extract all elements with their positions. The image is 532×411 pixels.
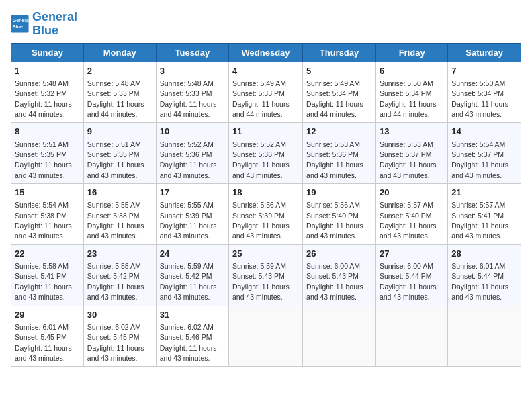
calendar-cell: 7 Sunrise: 5:50 AMSunset: 5:34 PMDayligh…	[448, 62, 521, 123]
day-info: Sunrise: 6:00 AMSunset: 5:43 PMDaylight:…	[306, 262, 363, 301]
calendar-cell: 6 Sunrise: 5:50 AMSunset: 5:34 PMDayligh…	[375, 62, 447, 123]
day-number: 8	[15, 126, 80, 138]
day-info: Sunrise: 5:48 AMSunset: 5:33 PMDaylight:…	[160, 79, 217, 118]
calendar-cell	[229, 306, 303, 367]
day-number: 1	[15, 65, 80, 77]
day-of-week-header: Friday	[375, 43, 447, 62]
day-info: Sunrise: 5:52 AMSunset: 5:36 PMDaylight:…	[232, 140, 290, 179]
day-number: 25	[232, 248, 299, 260]
calendar-table: SundayMondayTuesdayWednesdayThursdayFrid…	[11, 43, 521, 367]
day-of-week-header: Tuesday	[156, 43, 228, 62]
calendar-cell	[303, 306, 376, 367]
day-number: 9	[87, 126, 152, 138]
day-info: Sunrise: 5:53 AMSunset: 5:36 PMDaylight:…	[306, 140, 363, 179]
day-number: 17	[160, 187, 225, 199]
day-number: 18	[232, 187, 299, 199]
day-number: 4	[232, 65, 299, 77]
day-of-week-header: Wednesday	[229, 43, 303, 62]
day-info: Sunrise: 6:02 AMSunset: 5:45 PMDaylight:…	[87, 323, 144, 362]
day-info: Sunrise: 5:59 AMSunset: 5:43 PMDaylight:…	[232, 262, 290, 301]
calendar-cell: 16 Sunrise: 5:55 AMSunset: 5:38 PMDaylig…	[83, 184, 156, 245]
day-info: Sunrise: 5:49 AMSunset: 5:34 PMDaylight:…	[306, 79, 363, 118]
day-info: Sunrise: 6:01 AMSunset: 5:44 PMDaylight:…	[451, 262, 508, 301]
calendar-cell: 8 Sunrise: 5:51 AMSunset: 5:35 PMDayligh…	[11, 123, 84, 184]
calendar-cell	[448, 306, 521, 367]
day-number: 3	[160, 65, 225, 77]
day-number: 5	[306, 65, 372, 77]
day-of-week-header: Thursday	[303, 43, 376, 62]
day-info: Sunrise: 5:55 AMSunset: 5:38 PMDaylight:…	[87, 201, 144, 240]
calendar-cell: 2 Sunrise: 5:48 AMSunset: 5:33 PMDayligh…	[83, 62, 156, 123]
calendar-cell: 13 Sunrise: 5:53 AMSunset: 5:37 PMDaylig…	[375, 123, 447, 184]
day-info: Sunrise: 5:56 AMSunset: 5:39 PMDaylight:…	[232, 201, 290, 240]
day-number: 23	[87, 248, 152, 260]
calendar-cell: 28 Sunrise: 6:01 AMSunset: 5:44 PMDaylig…	[448, 244, 521, 306]
day-number: 28	[451, 248, 517, 260]
calendar-cell: 26 Sunrise: 6:00 AMSunset: 5:43 PMDaylig…	[303, 244, 376, 306]
calendar-cell	[375, 306, 447, 367]
calendar-cell: 3 Sunrise: 5:48 AMSunset: 5:33 PMDayligh…	[156, 62, 228, 123]
day-info: Sunrise: 6:01 AMSunset: 5:45 PMDaylight:…	[15, 323, 72, 362]
day-number: 31	[160, 309, 225, 321]
calendar-cell: 23 Sunrise: 5:58 AMSunset: 5:42 PMDaylig…	[83, 244, 156, 306]
day-number: 19	[306, 187, 372, 199]
day-info: Sunrise: 5:56 AMSunset: 5:40 PMDaylight:…	[306, 201, 363, 240]
logo-text: General Blue	[32, 11, 77, 38]
calendar-cell: 30 Sunrise: 6:02 AMSunset: 5:45 PMDaylig…	[83, 306, 156, 367]
day-info: Sunrise: 5:54 AMSunset: 5:38 PMDaylight:…	[15, 201, 72, 240]
calendar-cell: 17 Sunrise: 5:55 AMSunset: 5:39 PMDaylig…	[156, 184, 228, 245]
day-info: Sunrise: 5:55 AMSunset: 5:39 PMDaylight:…	[160, 201, 217, 240]
calendar-cell: 1 Sunrise: 5:48 AMSunset: 5:32 PMDayligh…	[11, 62, 84, 123]
day-number: 15	[15, 187, 80, 199]
calendar-cell: 20 Sunrise: 5:57 AMSunset: 5:40 PMDaylig…	[375, 184, 447, 245]
day-number: 29	[15, 309, 80, 321]
page-header: General Blue General Blue	[11, 11, 521, 38]
day-info: Sunrise: 5:57 AMSunset: 5:40 PMDaylight:…	[380, 201, 437, 240]
day-number: 30	[87, 309, 152, 321]
calendar-cell: 5 Sunrise: 5:49 AMSunset: 5:34 PMDayligh…	[303, 62, 376, 123]
day-info: Sunrise: 5:58 AMSunset: 5:41 PMDaylight:…	[15, 262, 72, 301]
day-info: Sunrise: 5:49 AMSunset: 5:33 PMDaylight:…	[232, 79, 290, 118]
calendar-cell: 15 Sunrise: 5:54 AMSunset: 5:38 PMDaylig…	[11, 184, 84, 245]
calendar-cell: 25 Sunrise: 5:59 AMSunset: 5:43 PMDaylig…	[229, 244, 303, 306]
day-info: Sunrise: 5:48 AMSunset: 5:32 PMDaylight:…	[15, 79, 72, 118]
day-number: 26	[306, 248, 372, 260]
day-info: Sunrise: 5:52 AMSunset: 5:36 PMDaylight:…	[160, 140, 217, 179]
day-number: 14	[451, 126, 517, 138]
day-info: Sunrise: 5:53 AMSunset: 5:37 PMDaylight:…	[380, 140, 437, 179]
calendar-cell: 21 Sunrise: 5:57 AMSunset: 5:41 PMDaylig…	[448, 184, 521, 245]
calendar-cell: 14 Sunrise: 5:54 AMSunset: 5:37 PMDaylig…	[448, 123, 521, 184]
day-number: 13	[380, 126, 444, 138]
day-number: 24	[160, 248, 225, 260]
day-number: 6	[380, 65, 444, 77]
calendar-cell: 24 Sunrise: 5:59 AMSunset: 5:42 PMDaylig…	[156, 244, 228, 306]
logo-icon: General Blue	[11, 15, 30, 34]
svg-text:Blue: Blue	[13, 24, 23, 28]
day-info: Sunrise: 5:54 AMSunset: 5:37 PMDaylight:…	[451, 140, 508, 179]
day-info: Sunrise: 5:57 AMSunset: 5:41 PMDaylight:…	[451, 201, 508, 240]
day-of-week-header: Saturday	[448, 43, 521, 62]
calendar-cell: 29 Sunrise: 6:01 AMSunset: 5:45 PMDaylig…	[11, 306, 84, 367]
day-info: Sunrise: 5:59 AMSunset: 5:42 PMDaylight:…	[160, 262, 217, 301]
day-number: 2	[87, 65, 152, 77]
day-of-week-header: Sunday	[11, 43, 84, 62]
day-info: Sunrise: 5:48 AMSunset: 5:33 PMDaylight:…	[87, 79, 144, 118]
calendar-cell: 19 Sunrise: 5:56 AMSunset: 5:40 PMDaylig…	[303, 184, 376, 245]
calendar-cell: 27 Sunrise: 6:00 AMSunset: 5:44 PMDaylig…	[375, 244, 447, 306]
calendar-cell: 12 Sunrise: 5:53 AMSunset: 5:36 PMDaylig…	[303, 123, 376, 184]
day-info: Sunrise: 5:51 AMSunset: 5:35 PMDaylight:…	[15, 140, 72, 179]
day-number: 20	[380, 187, 444, 199]
day-number: 10	[160, 126, 225, 138]
day-number: 27	[380, 248, 444, 260]
calendar-cell: 9 Sunrise: 5:51 AMSunset: 5:35 PMDayligh…	[83, 123, 156, 184]
day-of-week-header: Monday	[83, 43, 156, 62]
day-number: 7	[451, 65, 517, 77]
calendar-cell: 18 Sunrise: 5:56 AMSunset: 5:39 PMDaylig…	[229, 184, 303, 245]
day-info: Sunrise: 5:58 AMSunset: 5:42 PMDaylight:…	[87, 262, 144, 301]
day-number: 12	[306, 126, 372, 138]
calendar-cell: 4 Sunrise: 5:49 AMSunset: 5:33 PMDayligh…	[229, 62, 303, 123]
day-number: 21	[451, 187, 517, 199]
day-info: Sunrise: 6:02 AMSunset: 5:46 PMDaylight:…	[160, 323, 217, 362]
calendar-cell: 22 Sunrise: 5:58 AMSunset: 5:41 PMDaylig…	[11, 244, 84, 306]
calendar-cell: 10 Sunrise: 5:52 AMSunset: 5:36 PMDaylig…	[156, 123, 228, 184]
